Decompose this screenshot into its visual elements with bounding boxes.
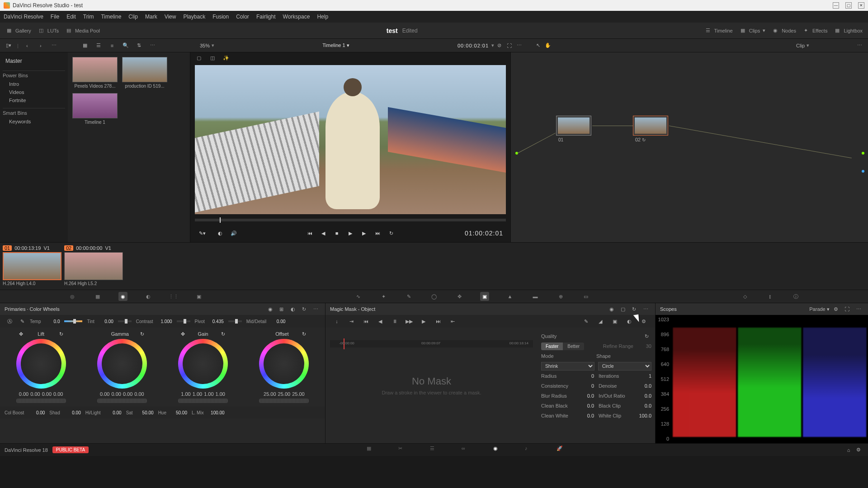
pointer-tool-icon[interactable]: ↖ bbox=[533, 41, 543, 51]
edit-page-icon[interactable]: ☰ bbox=[430, 446, 439, 455]
options-icon[interactable]: ⋯ bbox=[148, 41, 158, 51]
rgb-mixer-icon[interactable]: ⋮⋮ bbox=[169, 292, 178, 301]
powerbin-intro[interactable]: Intro bbox=[3, 80, 65, 88]
menu-davinci[interactable]: DaVinci Resolve bbox=[4, 14, 43, 20]
magic-mask-icon[interactable]: ▣ bbox=[480, 292, 489, 301]
powerbins-header[interactable]: Power Bins bbox=[3, 70, 65, 80]
minimize-button[interactable]: — bbox=[833, 2, 839, 9]
scope-expand-icon[interactable]: ⛶ bbox=[842, 304, 852, 314]
split-icon[interactable]: ◫ bbox=[208, 53, 217, 63]
luts-button[interactable]: ◫LUTs bbox=[38, 27, 59, 34]
output-dot[interactable] bbox=[862, 152, 864, 155]
powerbin-videos[interactable]: Videos bbox=[3, 88, 65, 96]
warper-icon[interactable]: ✦ bbox=[379, 292, 388, 301]
mode-select[interactable]: Shrink bbox=[541, 362, 594, 371]
powerbin-fortnite[interactable]: Fortnite bbox=[3, 96, 65, 104]
keyframes-icon[interactable]: ◇ bbox=[741, 292, 750, 301]
clips-button[interactable]: ▦Clips▾ bbox=[739, 27, 765, 34]
search-icon[interactable]: 🔍 bbox=[121, 41, 131, 51]
menu-help[interactable]: Help bbox=[317, 14, 328, 20]
thumbnail-view-icon[interactable]: ▦ bbox=[80, 41, 90, 51]
prev-frame-button[interactable]: ◀ bbox=[319, 229, 328, 238]
timeline-clip[interactable]: 02 00:00:00:00 V1 H.264 High L5.2 bbox=[64, 245, 123, 286]
invert-icon[interactable]: ◐ bbox=[624, 316, 634, 326]
menu-edit[interactable]: Edit bbox=[66, 14, 76, 20]
clip-card[interactable]: Pexels Videos 278... bbox=[72, 57, 118, 89]
clip-card[interactable]: production ID 519... bbox=[122, 57, 167, 89]
node-01[interactable]: 01 bbox=[556, 116, 591, 136]
menu-playback[interactable]: Playback bbox=[183, 14, 205, 20]
home-icon[interactable]: ⌂ bbox=[844, 445, 854, 455]
play-button[interactable]: ▶ bbox=[346, 229, 355, 238]
shape-select[interactable]: Circle bbox=[598, 362, 651, 371]
mask-out-icon[interactable]: ⇤ bbox=[448, 316, 458, 326]
mediapool-button[interactable]: ▤Media Pool bbox=[65, 27, 100, 34]
gallery-button[interactable]: ▦Gallery bbox=[5, 27, 31, 34]
gain-wheel[interactable] bbox=[178, 339, 228, 389]
timeline-button[interactable]: ☰Timeline bbox=[704, 27, 733, 34]
bypass-icon[interactable]: ⊘ bbox=[494, 41, 504, 51]
pick-white-icon[interactable]: ✎ bbox=[17, 316, 27, 326]
scopes-icon[interactable]: ⫿ bbox=[766, 292, 775, 301]
effects-button[interactable]: ✦Effects bbox=[802, 27, 827, 34]
md-value[interactable]: 0.00 bbox=[269, 319, 285, 324]
node-clip-label[interactable]: Clip bbox=[796, 43, 805, 48]
scope-mode[interactable]: Parade ▾ bbox=[809, 306, 830, 312]
mask-object-icon[interactable]: ▢ bbox=[618, 304, 628, 314]
menu-file[interactable]: File bbox=[51, 14, 59, 20]
track-last-icon[interactable]: ⏭ bbox=[433, 316, 443, 326]
sort-icon[interactable]: ⇅ bbox=[134, 41, 144, 51]
zoom-level[interactable]: 35% bbox=[200, 43, 210, 48]
next-frame-button[interactable]: ▶ bbox=[359, 229, 368, 238]
info-icon[interactable]: ⓘ bbox=[791, 292, 800, 301]
auto-balance-icon[interactable]: Ⓐ bbox=[5, 316, 14, 326]
window-icon[interactable]: ◯ bbox=[429, 292, 439, 301]
temp-value[interactable]: 0.0 bbox=[43, 319, 60, 324]
highlight-icon[interactable]: ▢ bbox=[194, 53, 204, 63]
project-settings-icon[interactable]: ⚙ bbox=[854, 445, 863, 455]
scope-settings-icon[interactable]: ⚙ bbox=[831, 304, 841, 314]
key-icon[interactable]: ▬ bbox=[531, 292, 540, 301]
color-match-icon[interactable]: ▦ bbox=[93, 292, 102, 301]
blur-icon[interactable]: ▲ bbox=[505, 292, 514, 301]
track-prev-icon[interactable]: ◀ bbox=[375, 316, 385, 326]
track-fwd-icon[interactable]: ▶▶ bbox=[404, 316, 414, 326]
color-page-icon[interactable]: ◉ bbox=[493, 446, 502, 455]
hdr-icon[interactable]: ◐ bbox=[144, 292, 153, 301]
tracker-icon[interactable]: ✥ bbox=[455, 292, 464, 301]
smartbin-keywords[interactable]: Keywords bbox=[3, 117, 65, 126]
tint-value[interactable]: 0.00 bbox=[97, 319, 113, 324]
quality-reset-icon[interactable]: ↻ bbox=[642, 331, 651, 341]
3d-icon[interactable]: ▭ bbox=[581, 292, 590, 301]
wheels-mode-icon[interactable]: ◉ bbox=[265, 304, 275, 314]
nav-fwd-icon[interactable]: › bbox=[36, 41, 46, 51]
fairlight-page-icon[interactable]: ♪ bbox=[525, 446, 534, 455]
track-next-icon[interactable]: ▶ bbox=[419, 316, 429, 326]
master-bin[interactable]: Master bbox=[3, 55, 65, 67]
mask-add-icon[interactable]: ↓ bbox=[332, 316, 342, 326]
node-graph[interactable]: 01 02 ↻ bbox=[511, 52, 868, 242]
fusion-page-icon[interactable]: ∞ bbox=[462, 446, 471, 455]
reset-gain-icon[interactable]: ↻ bbox=[221, 331, 225, 337]
menu-mark[interactable]: Mark bbox=[145, 14, 157, 20]
sizing-icon[interactable]: ⊕ bbox=[556, 292, 565, 301]
expand-icon[interactable]: ⛶ bbox=[504, 41, 514, 51]
offset-jog[interactable] bbox=[259, 399, 309, 403]
track-rev-icon[interactable]: ⏮ bbox=[361, 316, 371, 326]
mask-timeline[interactable]: -00:00:00 00:00:09:07 00:00:18:14 bbox=[330, 340, 533, 347]
gamma-wheel[interactable] bbox=[97, 339, 147, 389]
menu-fusion[interactable]: Fusion bbox=[212, 14, 229, 20]
panel-more-icon[interactable]: ⋯ bbox=[311, 304, 321, 314]
stop-button[interactable]: ■ bbox=[332, 229, 341, 238]
maximize-button[interactable]: ▢ bbox=[845, 2, 852, 9]
curves-icon[interactable]: ∿ bbox=[354, 292, 363, 301]
menu-clip[interactable]: Clip bbox=[128, 14, 138, 20]
stroke-icon[interactable]: ✎ bbox=[581, 316, 591, 326]
nav-back-icon[interactable]: ‹ bbox=[22, 41, 32, 51]
gamma-jog[interactable] bbox=[97, 399, 147, 403]
reset-lift-icon[interactable]: ↻ bbox=[59, 331, 63, 337]
menu-timeline[interactable]: Timeline bbox=[101, 14, 121, 20]
picker-icon[interactable]: ✎▾ bbox=[198, 229, 207, 238]
bars-mode-icon[interactable]: ⊞ bbox=[277, 304, 287, 314]
first-frame-button[interactable]: ⏮ bbox=[305, 229, 314, 238]
